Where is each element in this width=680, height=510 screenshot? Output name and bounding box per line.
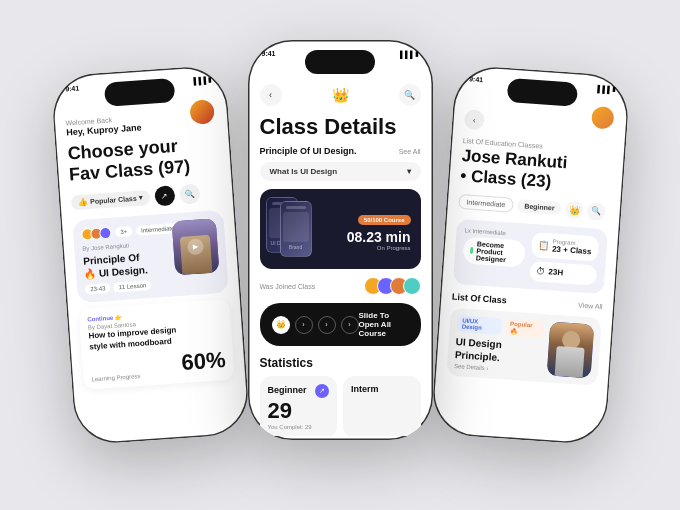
course-thumb: ▶ bbox=[171, 219, 219, 276]
joined-label: Was Joined Class bbox=[260, 283, 316, 290]
thumb-icon: 👍 bbox=[77, 197, 88, 207]
crown-icon-right: 👑 bbox=[564, 200, 583, 219]
section-label: Principle Of UI Design. bbox=[260, 146, 357, 156]
back-button-center[interactable]: ‹ bbox=[260, 84, 282, 106]
tag-duration: 23-43 bbox=[84, 283, 110, 295]
program-stats: 📋 Program 23 + Class ⏱ 23H bbox=[528, 232, 599, 286]
sort-button[interactable]: ↗ bbox=[153, 186, 174, 207]
tag-uiux: UI/UX Design bbox=[456, 315, 502, 335]
you-completed: You Complet: 29 bbox=[268, 424, 330, 430]
program-card: Lx Intermediate Become Product Designer … bbox=[452, 219, 607, 294]
video-time-label: On Progress bbox=[347, 245, 411, 251]
filter-beginner[interactable]: Beginner bbox=[516, 199, 561, 215]
battery-icon-left: ▮ bbox=[207, 75, 212, 83]
student-count-badge: 3+ bbox=[115, 227, 133, 238]
battery-icon-right: ▮ bbox=[611, 85, 616, 93]
program-info-2: ⏱ 23H bbox=[528, 261, 597, 286]
beginner-icon: ↗ bbox=[315, 384, 329, 398]
inner-phone-2: Brand bbox=[280, 201, 312, 257]
dot-green bbox=[469, 247, 473, 254]
class-tag-row: UI/UX Design Popular 🔥 bbox=[456, 315, 544, 338]
program-main: Lx Intermediate Become Product Designer bbox=[461, 227, 526, 280]
list-of-class-label: List Of Class bbox=[451, 291, 507, 305]
class-details-title: Class Details bbox=[260, 114, 421, 140]
status-icons-left: ▐▐▐ ▮ bbox=[190, 75, 211, 84]
clock-icon: ⏱ bbox=[536, 266, 546, 277]
slide-icon-1: › bbox=[295, 316, 313, 334]
phone-right: 9:41 ▐▐▐ ▮ ‹ List Of Education Classes J… bbox=[430, 64, 630, 445]
slide-icon-2: › bbox=[318, 316, 336, 334]
slide-icon-3: › bbox=[341, 316, 359, 334]
become-btn[interactable]: Become Product Designer bbox=[462, 236, 525, 267]
hero-title: Choose your Fav Class (97) bbox=[67, 133, 221, 185]
search-button-left[interactable]: 🔍 bbox=[178, 184, 199, 205]
filter-intermediate[interactable]: Intermediate bbox=[458, 194, 514, 213]
class-list-info: UI/UX Design Popular 🔥 UI Design Princip… bbox=[453, 315, 544, 375]
progress-section: Learning Progress 60% bbox=[89, 347, 225, 382]
continue-card: Continue 👉 By Dayat Santosa How to impro… bbox=[78, 299, 234, 390]
stat-card-interm: Interm bbox=[343, 376, 421, 436]
dropdown-selector[interactable]: What Is UI Design ▾ bbox=[260, 162, 421, 181]
course-card-left: 3+ Intermediate ↗ By Jose Rangkuti Princ… bbox=[72, 210, 228, 303]
program-class-count: 23 + Class bbox=[551, 244, 591, 256]
stat-interm-label: Interm bbox=[351, 384, 379, 394]
slide-text: Slide To Open All Course bbox=[359, 311, 409, 338]
signal-icon-center: ▐▐▐ bbox=[398, 51, 413, 58]
avatars-group bbox=[81, 227, 112, 241]
crown-icon-center: 👑 bbox=[332, 87, 349, 103]
joined-avatars bbox=[364, 277, 421, 295]
video-preview: UI Design Brand 50/100 Course 08.23 min … bbox=[260, 189, 421, 269]
filter-chip[interactable]: 👍 Popular Class ▾ bbox=[70, 190, 150, 210]
phone-center: 9:41 ▐▐▐ ▮ ‹ 👑 🔍 Class Details Principle… bbox=[248, 40, 433, 440]
joined-row: Was Joined Class bbox=[260, 277, 421, 295]
see-all-center[interactable]: See All bbox=[399, 148, 421, 155]
statistics-label: Statistics bbox=[260, 356, 421, 370]
right-screen: ‹ List Of Education Classes Jose Rankuti… bbox=[430, 104, 627, 441]
slide-icons: 👑 › › › bbox=[272, 316, 359, 334]
video-time: 08.23 min bbox=[347, 229, 411, 245]
center-screen: ‹ 👑 🔍 Class Details Principle Of UI Desi… bbox=[248, 80, 433, 436]
course-progress-badge: 50/100 Course bbox=[358, 215, 411, 225]
search-icon-right[interactable]: 🔍 bbox=[586, 202, 605, 221]
dynamic-island-right bbox=[506, 78, 578, 107]
stats-row: Beginner ↗ 29 You Complet: 29 Interm bbox=[260, 376, 421, 436]
back-button-right[interactable]: ‹ bbox=[463, 109, 484, 130]
slide-button[interactable]: 👑 › › › Slide To Open All Course bbox=[260, 303, 421, 346]
battery-icon-center: ▮ bbox=[415, 50, 419, 58]
stat-card-beginner: Beginner ↗ 29 You Complet: 29 bbox=[260, 376, 338, 436]
signal-icon-right: ▐▐▐ bbox=[594, 85, 609, 93]
program-icon: 📋 bbox=[538, 240, 550, 251]
phone-left: 9:41 ▐▐▐ ▮ Welcome Back Hey, Kuproy Jane… bbox=[50, 64, 250, 445]
instructor-title: Jose Rankuti • Class (23) bbox=[459, 146, 612, 197]
dynamic-island-left bbox=[103, 78, 175, 107]
view-all[interactable]: View All bbox=[577, 302, 602, 311]
status-time-right: 9:41 bbox=[468, 75, 482, 83]
status-time-center: 9:41 bbox=[262, 50, 276, 57]
stat-beginner-label: Beginner bbox=[268, 385, 307, 395]
stat-number: 29 bbox=[268, 398, 330, 424]
filter-row-right: Intermediate Beginner 👑 🔍 bbox=[457, 193, 609, 221]
center-nav: ‹ 👑 🔍 bbox=[260, 80, 421, 114]
joined-avatar-4 bbox=[403, 277, 421, 295]
section-header-center: Principle Of UI Design. See All bbox=[260, 146, 421, 156]
class-list-title: UI Design Principle. bbox=[454, 335, 543, 367]
tag-popular: Popular 🔥 bbox=[504, 318, 544, 338]
status-icons-center: ▐▐▐ ▮ bbox=[398, 50, 419, 58]
filter-row: 👍 Popular Class ▾ ↗ 🔍 bbox=[70, 182, 222, 212]
status-time-left: 9:41 bbox=[64, 85, 78, 93]
progress-label: Learning Progress bbox=[91, 373, 140, 382]
progress-pct: 60% bbox=[180, 347, 226, 376]
phones-container: 9:41 ▐▐▐ ▮ Welcome Back Hey, Kuproy Jane… bbox=[43, 35, 638, 475]
left-screen: Welcome Back Hey, Kuproy Jane Choose you… bbox=[53, 104, 250, 441]
status-icons-right: ▐▐▐ ▮ bbox=[594, 84, 615, 93]
video-overlay: 50/100 Course 08.23 min On Progress bbox=[347, 208, 411, 251]
lx-label: Lx Intermediate bbox=[464, 227, 526, 237]
dynamic-island-center bbox=[305, 50, 375, 74]
program-info-1: 📋 Program 23 + Class bbox=[530, 232, 599, 262]
crown-icon-slide: 👑 bbox=[272, 316, 290, 334]
program-duration: 23H bbox=[548, 268, 563, 278]
tag-lessons: 11 Lesson bbox=[113, 280, 151, 293]
signal-icon-left: ▐▐▐ bbox=[190, 76, 205, 84]
search-button-center[interactable]: 🔍 bbox=[399, 84, 421, 106]
class-list-card: UI/UX Design Popular 🔥 UI Design Princip… bbox=[446, 307, 601, 385]
